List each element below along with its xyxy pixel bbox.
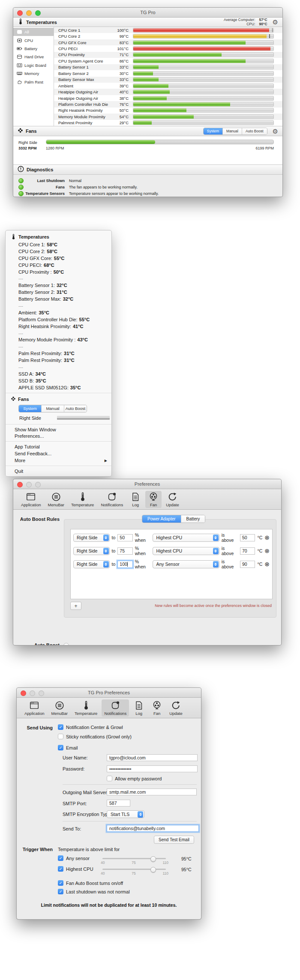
sensor-row[interactable]: Battery Sensor Max 33°C [54, 77, 282, 83]
toolbar-tab-log[interactable]: Log [127, 491, 144, 508]
add-rule-button[interactable]: + [70, 602, 81, 610]
trigger-limit-slider[interactable] [102, 858, 166, 859]
fan-mode-auto-boost[interactable]: Auto Boost [242, 128, 267, 134]
gradual-time-slider-thumb[interactable] [63, 643, 69, 645]
menu-item-show-main-window[interactable]: Show Main Window [6, 426, 111, 433]
toolbar-tab-log[interactable]: Log [131, 699, 147, 717]
smtp-encryption-dropdown[interactable]: Start TLS [107, 810, 144, 818]
toolbar-tab-temperature[interactable]: Temperature [72, 699, 100, 717]
notifpref-titlebar[interactable]: TG Pro Preferences [17, 688, 201, 698]
sensor-row[interactable]: Palmrest Proximity 29°C [54, 120, 282, 126]
sensor-row[interactable]: CPU Core 1 100°C [54, 27, 282, 33]
rule-percent-input[interactable]: 50 [117, 534, 132, 541]
sidebar-item-logic-board[interactable]: Logic Board [13, 61, 54, 69]
sensor-row[interactable]: CPU GFX Core 83°C [54, 39, 282, 45]
sensor-row[interactable]: CPU System Agent Core 86°C [54, 58, 282, 64]
sensor-row[interactable]: Battery Sensor 1 33°C [54, 64, 282, 70]
menu-item-send-feedback[interactable]: Send Feedback... [6, 450, 111, 457]
sensor-row[interactable]: Platform Controller Hub Die 76°C [54, 101, 282, 107]
sensor-row[interactable]: Ambient 39°C [54, 83, 282, 89]
toolbar-tab-update[interactable]: Update [163, 491, 182, 508]
sensor-row[interactable]: Right Heatsink Proximity 50°C [54, 108, 282, 114]
toolbar-tab-application[interactable]: Application [18, 491, 43, 508]
sensor-row[interactable]: Heatpipe Outgoing Air 38°C [54, 95, 282, 101]
fanpref-titlebar[interactable]: Preferences [13, 479, 281, 489]
toolbar-tab-notifications[interactable]: Notifications [98, 491, 126, 508]
rule-fan-dropdown[interactable]: Right Side [73, 560, 110, 568]
menu-item-more[interactable]: More▶ [6, 457, 111, 464]
minimize-button[interactable] [26, 482, 32, 487]
menu-item-app-tutorial[interactable]: App Tutorial [6, 443, 111, 450]
checkbox-email[interactable]: ✓ [58, 745, 63, 750]
fan-settings-gear-icon[interactable]: ⚙ [273, 128, 278, 134]
sidebar-item-memory[interactable]: Memory [13, 69, 54, 78]
sensor-row[interactable]: CPU Proximity 71°C [54, 52, 282, 58]
send-to-input[interactable]: notifications@tunabelly.com [107, 825, 199, 832]
toolbar-tab-notifications[interactable]: Notifications [102, 699, 129, 717]
zoom-button[interactable] [35, 482, 41, 487]
sensor-row[interactable]: Memory Module Proximity 54°C [54, 114, 282, 120]
menu-item-quit[interactable]: Quit [6, 468, 111, 475]
close-button[interactable] [17, 10, 23, 16]
rule-sensor-dropdown[interactable]: Highest CPU [153, 547, 219, 555]
rule-fan-dropdown[interactable]: Right Side [73, 547, 110, 555]
sidebar-item-hard-drive[interactable]: Hard Drive [13, 53, 54, 61]
menu-item-preferences[interactable]: Preferences... [6, 433, 111, 439]
fan-mode-system[interactable]: System [204, 128, 223, 134]
toolbar-tab-fan[interactable]: Fan [149, 699, 165, 717]
sensor-row[interactable]: CPU Core 2 99°C [54, 33, 282, 39]
fan-mode-system[interactable]: System [19, 405, 42, 412]
zoom-button[interactable] [35, 10, 41, 16]
toolbar-tab-temperature[interactable]: Temperature [69, 491, 96, 508]
sensor-row[interactable]: CPU PECI 101°C [54, 45, 282, 51]
trigger-limit-slider[interactable] [102, 869, 166, 870]
rule-sensor-dropdown[interactable]: Any Sensor [153, 560, 219, 568]
minimize-button[interactable] [26, 10, 32, 16]
sidebar-item-palm-rest[interactable]: Palm Rest [13, 78, 54, 86]
outgoing-mail-server-input[interactable]: smtp.mail.me.com [107, 789, 197, 795]
rule-temp-input[interactable]: 70 [240, 547, 255, 555]
fan-mode-manual[interactable]: Manual [42, 405, 64, 412]
checkbox-any-sensor[interactable]: ✓ [58, 855, 63, 861]
password-input[interactable]: •••••••••••••• [107, 765, 198, 772]
sidebar-item-all[interactable]: All [13, 28, 54, 36]
sensor-row[interactable]: Battery Sensor 2 30°C [54, 70, 282, 76]
rule-fan-dropdown[interactable]: Right Side [73, 534, 110, 542]
toolbar-tab-menubar[interactable]: MenuBar [48, 699, 70, 717]
sidebar-item-cpu[interactable]: CPU [13, 36, 54, 44]
toolbar-tab-fan[interactable]: Fan [145, 491, 162, 508]
toolbar-tab-update[interactable]: Update [167, 699, 185, 717]
allow-empty-password-checkbox[interactable] [107, 776, 112, 781]
toolbar-tab-application[interactable]: Application [22, 699, 47, 717]
sensor-row[interactable]: Heatpipe Outgoing Air 40°C [54, 89, 282, 95]
power-tab-battery[interactable]: Battery [181, 515, 205, 523]
checkbox-fan-auto-boost-turns-on-off[interactable]: ✓ [58, 880, 63, 886]
close-button[interactable] [21, 690, 26, 696]
checkbox-last-shutdown-was-not-normal[interactable]: ✓ [58, 889, 63, 894]
rule-temp-input[interactable]: 50 [240, 534, 255, 541]
checkbox-highest-cpu[interactable]: ✓ [58, 866, 63, 872]
main-titlebar[interactable]: TG Pro [13, 8, 282, 18]
send-test-email-button[interactable]: Send Test Email [154, 836, 194, 844]
zoom-button[interactable] [39, 690, 44, 696]
rule-percent-input[interactable]: 100 [117, 561, 132, 568]
rule-temp-input[interactable]: 90 [240, 561, 255, 568]
user-name-input[interactable]: tgpro@icloud.com [107, 754, 198, 761]
remove-rule-button[interactable]: ⊗ [264, 535, 270, 541]
temperatures-settings-gear-icon[interactable]: ⚙ [273, 19, 278, 25]
smtp-port-input[interactable]: 587 [107, 800, 130, 807]
rule-percent-input[interactable]: 75 [117, 547, 132, 555]
power-tab-power-adapter[interactable]: Power Adapter [142, 515, 181, 523]
close-button[interactable] [17, 482, 23, 487]
checkbox-notification-center-growl[interactable]: ✓ [58, 724, 63, 730]
rule-sensor-dropdown[interactable]: Highest CPU [153, 534, 219, 542]
checkbox-sticky-notifications-growl-only-[interactable] [58, 734, 63, 739]
fan-mode-manual[interactable]: Manual [223, 128, 242, 134]
remove-rule-button[interactable]: ⊗ [264, 548, 270, 554]
menu-sensor-name: CPU Core 1: [18, 242, 45, 247]
toolbar-tab-menubar[interactable]: MenuBar [45, 491, 67, 508]
minimize-button[interactable] [30, 690, 35, 696]
remove-rule-button[interactable]: ⊗ [264, 561, 270, 567]
fan-mode-auto-boost[interactable]: Auto Boost [64, 405, 87, 412]
sidebar-item-battery[interactable]: Battery [13, 45, 54, 53]
